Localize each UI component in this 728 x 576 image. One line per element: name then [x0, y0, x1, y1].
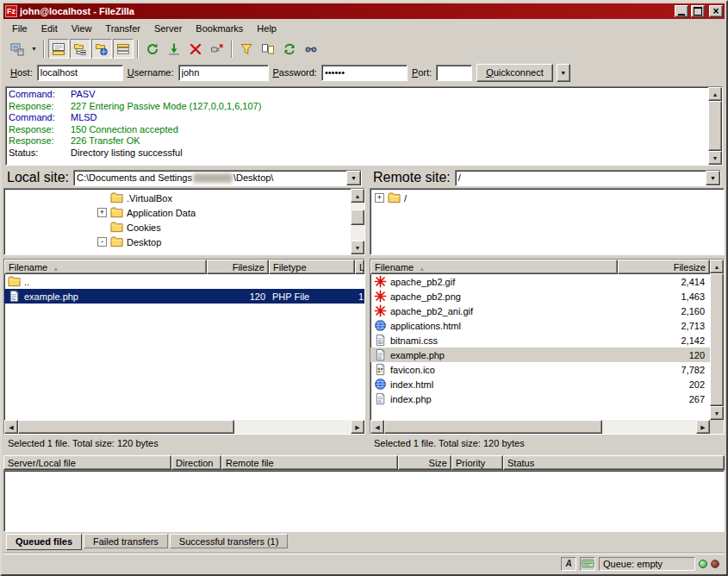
- scroll-track[interactable]: [708, 101, 722, 151]
- column-header-direction[interactable]: Direction: [171, 455, 221, 470]
- find-files-button[interactable]: [301, 39, 321, 59]
- tab-queued-files[interactable]: Queued files: [6, 534, 82, 550]
- column-header-size[interactable]: Size: [398, 455, 451, 470]
- synchronized-browsing-button[interactable]: [279, 39, 300, 59]
- column-header-filename[interactable]: Filename: [4, 260, 207, 274]
- scroll-left-icon[interactable]: ◀: [4, 420, 18, 434]
- username-input[interactable]: [178, 65, 269, 81]
- column-header-last-modified[interactable]: Last modified: [355, 260, 364, 274]
- tab-successful-transfers[interactable]: Successful transfers (1): [170, 534, 289, 548]
- cancel-button[interactable]: [185, 39, 206, 59]
- menu-item-file[interactable]: File: [5, 21, 34, 36]
- menu-item-transfer[interactable]: Transfer: [98, 21, 147, 36]
- scroll-up-icon[interactable]: ▲: [710, 260, 724, 273]
- disconnect-button[interactable]: [207, 39, 227, 59]
- menu-bar: FileEditViewTransferServerBookmarksHelp: [3, 19, 725, 37]
- scroll-up-icon[interactable]: ▲: [351, 189, 364, 203]
- collapse-icon[interactable]: -: [97, 237, 107, 247]
- refresh-button[interactable]: [142, 39, 163, 59]
- filter-button[interactable]: [236, 39, 257, 59]
- scroll-track[interactable]: [710, 273, 724, 406]
- column-header-filename[interactable]: Filename: [370, 260, 618, 274]
- menu-item-edit[interactable]: Edit: [34, 21, 65, 36]
- message-log: Command:PASVResponse:227 Entering Passiv…: [5, 86, 723, 166]
- tree-item[interactable]: Cookies: [4, 220, 351, 235]
- file-row[interactable]: apache_pb2.png1,463: [370, 289, 710, 304]
- remote-list-hscrollbar[interactable]: ◀ ▶: [370, 420, 710, 434]
- toggle-remote-tree-button[interactable]: [91, 39, 112, 59]
- toggle-log-button[interactable]: [48, 39, 69, 59]
- transfer-queue-list[interactable]: [3, 470, 725, 532]
- file-row[interactable]: bitnami.css2,142: [370, 333, 710, 347]
- scroll-thumb[interactable]: [384, 420, 602, 434]
- sort-ascending-icon: [414, 262, 425, 272]
- scroll-thumb[interactable]: [708, 101, 722, 151]
- file-row[interactable]: favicon.ico7,782: [370, 362, 710, 377]
- tab-failed-transfers[interactable]: Failed transfers: [84, 534, 168, 548]
- scroll-thumb[interactable]: [18, 420, 234, 434]
- file-row[interactable]: example.php120: [370, 347, 710, 362]
- file-row[interactable]: apache_pb2_ani.gif2,160: [370, 304, 710, 318]
- remote-list-vscrollbar[interactable]: ▲ ▼: [710, 260, 724, 420]
- scroll-thumb[interactable]: [351, 210, 364, 225]
- directory-comparison-button[interactable]: [258, 39, 278, 59]
- scroll-down-icon[interactable]: ▼: [351, 241, 364, 254]
- scroll-right-icon[interactable]: ▶: [351, 420, 364, 434]
- scroll-left-icon[interactable]: ◀: [370, 420, 384, 434]
- minimize-button[interactable]: [675, 5, 688, 17]
- scroll-track[interactable]: [18, 420, 351, 434]
- tree-item[interactable]: -Desktop: [4, 235, 351, 249]
- remote-site-dropdown-button[interactable]: ▼: [706, 171, 720, 185]
- column-header-status[interactable]: Status: [503, 455, 725, 470]
- apache-icon: [374, 304, 387, 317]
- close-button[interactable]: [709, 5, 723, 17]
- site-manager-button[interactable]: [7, 39, 28, 59]
- toggle-queue-button[interactable]: [113, 39, 134, 59]
- port-input[interactable]: [436, 65, 472, 81]
- tree-item[interactable]: +/: [370, 191, 724, 205]
- expand-icon[interactable]: +: [97, 208, 107, 217]
- maximize-button[interactable]: [691, 5, 705, 17]
- file-row[interactable]: apache_pb2.gif2,414: [370, 274, 710, 289]
- file-row[interactable]: ..: [4, 274, 364, 289]
- menu-item-view[interactable]: View: [65, 21, 99, 36]
- remote-directory-tree: +/: [370, 189, 724, 254]
- site-manager-dropdown-button[interactable]: ▼: [28, 39, 40, 59]
- quickconnect-dropdown-button[interactable]: ▼: [557, 64, 570, 82]
- local-site-combobox[interactable]: C:\Documents and Settings\Desktop\ ▼: [73, 170, 362, 186]
- tree-item[interactable]: +Application Data: [4, 205, 351, 220]
- quickconnect-button[interactable]: Quickconnect: [476, 64, 553, 82]
- log-scrollbar[interactable]: ▲ ▼: [708, 87, 722, 165]
- scroll-right-icon[interactable]: ▶: [696, 420, 710, 434]
- menu-item-bookmarks[interactable]: Bookmarks: [189, 21, 250, 36]
- scroll-track[interactable]: [384, 420, 696, 434]
- column-header-server-local-file[interactable]: Server/Local file: [3, 455, 171, 470]
- file-row[interactable]: index.html202: [370, 377, 710, 391]
- remote-site-combobox[interactable]: / ▼: [455, 170, 721, 186]
- host-input[interactable]: [37, 65, 123, 81]
- scroll-down-icon[interactable]: ▼: [708, 151, 722, 165]
- expand-icon[interactable]: +: [375, 193, 384, 203]
- local-tree-scrollbar[interactable]: ▲ ▼: [351, 189, 364, 254]
- directory-trees: .VirtualBox+Application DataCookies-Desk…: [3, 188, 725, 255]
- process-queue-button[interactable]: [164, 39, 184, 59]
- file-row[interactable]: index.php267: [370, 391, 710, 406]
- column-header-filesize[interactable]: Filesize: [618, 260, 710, 274]
- file-row[interactable]: applications.html2,713: [370, 318, 710, 333]
- tree-item[interactable]: .VirtualBox: [4, 191, 351, 205]
- password-input[interactable]: [321, 65, 408, 81]
- column-header-priority[interactable]: Priority: [451, 455, 503, 470]
- column-header-remote-file[interactable]: Remote file: [221, 455, 398, 470]
- menu-item-help[interactable]: Help: [250, 21, 283, 36]
- local-list-hscrollbar[interactable]: ◀ ▶: [4, 420, 364, 434]
- scroll-up-icon[interactable]: ▲: [708, 87, 722, 101]
- toggle-local-tree-button[interactable]: [70, 39, 90, 59]
- local-site-dropdown-button[interactable]: ▼: [346, 171, 361, 185]
- column-header-filesize[interactable]: Filesize: [207, 260, 269, 274]
- scroll-down-icon[interactable]: ▼: [710, 406, 724, 420]
- file-row[interactable]: example.php120PHP File1: [4, 289, 364, 304]
- column-header-filetype[interactable]: Filetype: [269, 260, 355, 274]
- menu-item-server[interactable]: Server: [147, 21, 189, 36]
- scroll-track[interactable]: [351, 203, 364, 241]
- scroll-thumb[interactable]: [710, 273, 724, 406]
